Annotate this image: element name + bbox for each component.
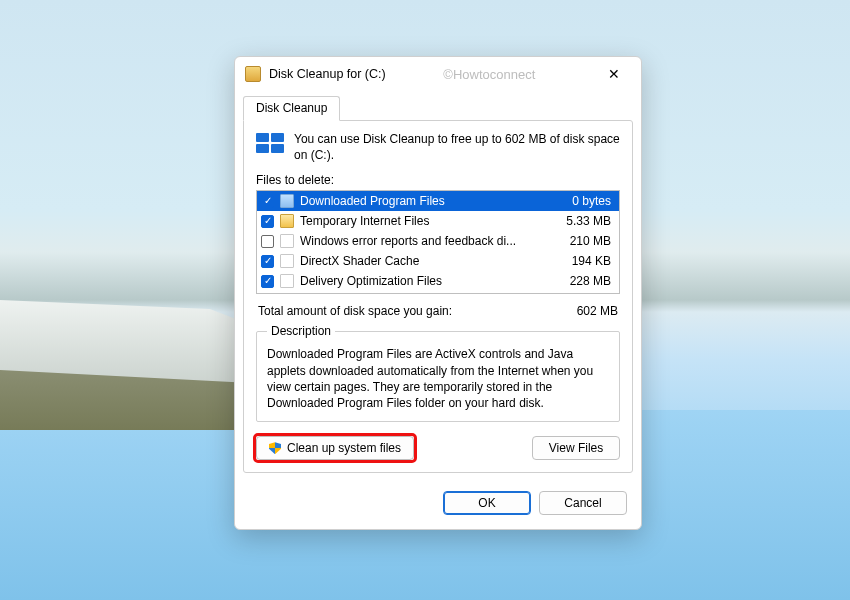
file-name: Windows error reports and feedback di... xyxy=(300,234,549,248)
file-icon xyxy=(280,274,294,288)
disk-cleanup-window: Disk Cleanup for (C:) ©Howtoconnect ✕ Di… xyxy=(234,56,642,530)
intro-row: You can use Disk Cleanup to free up to 6… xyxy=(256,131,620,163)
ok-label: OK xyxy=(478,496,495,510)
file-row[interactable]: DirectX Shader Cache194 KB xyxy=(257,251,619,271)
description-group: Description Downloaded Program Files are… xyxy=(256,324,620,422)
file-checkbox[interactable] xyxy=(261,255,274,268)
watermark-text: ©Howtoconnect xyxy=(386,67,593,82)
description-text: Downloaded Program Files are ActiveX con… xyxy=(267,346,609,411)
disk-cleanup-icon xyxy=(245,66,261,82)
intro-text: You can use Disk Cleanup to free up to 6… xyxy=(294,131,620,163)
total-label: Total amount of disk space you gain: xyxy=(258,304,548,318)
window-title: Disk Cleanup for (C:) xyxy=(269,67,386,81)
close-button[interactable]: ✕ xyxy=(593,60,635,88)
file-icon xyxy=(280,254,294,268)
cleanup-system-files-button[interactable]: Clean up system files xyxy=(256,436,414,460)
file-icon xyxy=(280,234,294,248)
file-name: Downloaded Program Files xyxy=(300,194,549,208)
file-size: 194 KB xyxy=(555,254,615,268)
file-name: DirectX Shader Cache xyxy=(300,254,549,268)
program-icon xyxy=(280,194,294,208)
file-size: 210 MB xyxy=(555,234,615,248)
highlight-cleanup-system: Clean up system files xyxy=(256,436,414,460)
lock-icon xyxy=(280,214,294,228)
tab-panel: You can use Disk Cleanup to free up to 6… xyxy=(243,120,633,473)
files-to-delete-label: Files to delete: xyxy=(256,173,620,187)
view-files-label: View Files xyxy=(549,441,603,455)
tabstrip: Disk Cleanup xyxy=(235,91,641,120)
ok-button[interactable]: OK xyxy=(443,491,531,515)
tab-disk-cleanup[interactable]: Disk Cleanup xyxy=(243,96,340,121)
dialog-footer: OK Cancel xyxy=(235,481,641,529)
total-line: Total amount of disk space you gain: 602… xyxy=(258,304,618,318)
file-size: 0 bytes xyxy=(555,194,615,208)
file-row[interactable]: Windows error reports and feedback di...… xyxy=(257,231,619,251)
file-name: Temporary Internet Files xyxy=(300,214,549,228)
total-value: 602 MB xyxy=(548,304,618,318)
cancel-label: Cancel xyxy=(564,496,601,510)
file-row[interactable]: Temporary Internet Files5.33 MB xyxy=(257,211,619,231)
file-checkbox[interactable] xyxy=(261,275,274,288)
cleanup-system-files-label: Clean up system files xyxy=(287,441,401,455)
file-row[interactable]: Delivery Optimization Files228 MB xyxy=(257,271,619,291)
files-list[interactable]: Downloaded Program Files0 bytesTemporary… xyxy=(256,190,620,294)
close-icon: ✕ xyxy=(608,67,620,81)
file-checkbox[interactable] xyxy=(261,235,274,248)
file-row[interactable]: Downloaded Program Files0 bytes xyxy=(257,191,619,211)
cancel-button[interactable]: Cancel xyxy=(539,491,627,515)
file-size: 228 MB xyxy=(555,274,615,288)
file-size: 5.33 MB xyxy=(555,214,615,228)
file-checkbox[interactable] xyxy=(261,195,274,208)
titlebar: Disk Cleanup for (C:) ©Howtoconnect ✕ xyxy=(235,57,641,91)
view-files-button[interactable]: View Files xyxy=(532,436,620,460)
description-legend: Description xyxy=(267,324,335,338)
panel-action-row: Clean up system files View Files xyxy=(256,436,620,460)
uac-shield-icon xyxy=(269,442,281,454)
file-checkbox[interactable] xyxy=(261,215,274,228)
file-name: Delivery Optimization Files xyxy=(300,274,549,288)
windows-tiles-icon xyxy=(256,133,284,153)
